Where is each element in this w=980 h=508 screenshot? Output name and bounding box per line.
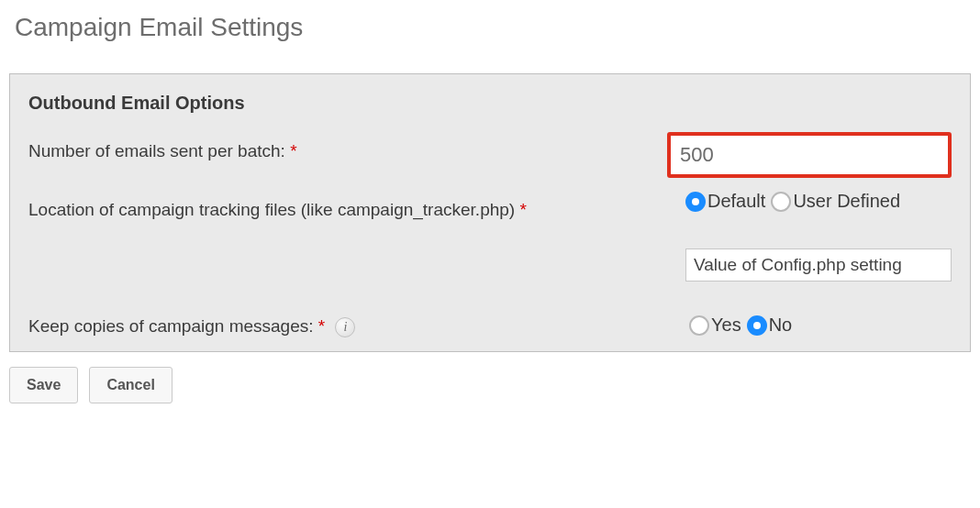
batch-size-input[interactable] <box>667 132 952 178</box>
section-heading: Outbound Email Options <box>28 93 952 114</box>
row-tracking: Location of campaign tracking files (lik… <box>28 191 952 282</box>
tracking-radio-group: Default User Defined <box>685 191 952 212</box>
keep-yes-radio[interactable] <box>689 315 709 336</box>
keep-yes-label[interactable]: Yes <box>711 315 741 336</box>
outbound-email-panel: Outbound Email Options Number of emails … <box>9 73 971 352</box>
batch-label-text: Number of emails sent per batch: <box>28 141 290 160</box>
cancel-button[interactable]: Cancel <box>89 367 172 403</box>
tracking-user-label[interactable]: User Defined <box>793 191 900 212</box>
tracking-label-text: Location of campaign tracking files (lik… <box>28 200 519 219</box>
required-asterisk: * <box>290 141 296 160</box>
button-row: Save Cancel <box>9 367 971 403</box>
keep-no-radio[interactable] <box>747 315 767 336</box>
keep-radio-group: Yes No <box>689 315 952 336</box>
tracking-default-radio[interactable] <box>685 192 706 212</box>
page-title: Campaign Email Settings <box>15 13 971 42</box>
required-asterisk: * <box>318 316 325 336</box>
tracking-label: Location of campaign tracking files (lik… <box>28 191 685 222</box>
save-button[interactable]: Save <box>9 367 78 403</box>
batch-label: Number of emails sent per batch: * <box>28 132 667 163</box>
keep-label: Keep copies of campaign messages: * i <box>28 315 689 338</box>
required-asterisk: * <box>519 200 526 219</box>
tracking-default-label[interactable]: Default <box>707 191 765 212</box>
row-batch: Number of emails sent per batch: * <box>28 132 952 178</box>
info-icon[interactable]: i <box>335 317 355 337</box>
row-keep: Keep copies of campaign messages: * i Ye… <box>28 315 952 338</box>
config-value-input[interactable] <box>685 248 952 282</box>
keep-no-label[interactable]: No <box>769 315 793 336</box>
tracking-user-radio[interactable] <box>771 192 791 212</box>
keep-label-text: Keep copies of campaign messages: <box>28 316 318 336</box>
